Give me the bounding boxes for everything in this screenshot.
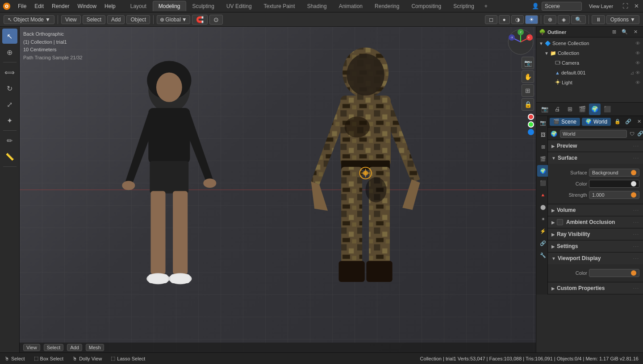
outliner-item-camera[interactable]: Camera 👁 [547, 58, 643, 68]
gizmos-btn[interactable]: ⊕ [544, 15, 556, 24]
modifiers-icon-btn[interactable]: 🔧 [537, 249, 549, 261]
menu-window[interactable]: Window [74, 2, 100, 10]
pause-btn[interactable]: ⏸ [592, 15, 605, 24]
tab-animation[interactable]: Animation [333, 1, 368, 11]
render-icon-btn[interactable]: 📷 [537, 117, 549, 128]
eye-icon-0[interactable]: 👁 [635, 41, 640, 46]
outliner-item-collection[interactable]: ▼ 📁 Collection 👁 [542, 48, 643, 58]
rendered-btn[interactable]: ☀ [525, 15, 538, 24]
color-dot[interactable] [631, 181, 636, 186]
scene-props-btn[interactable]: 🎬 [576, 103, 588, 115]
physics-icon-btn[interactable]: ⚡ [537, 225, 549, 237]
color-field[interactable] [589, 180, 639, 188]
wireframe-btn[interactable]: ◻ [485, 15, 497, 24]
overlays-btn[interactable]: ◈ [558, 15, 570, 24]
tab-uv-editing[interactable]: UV Editing [221, 1, 258, 11]
mesh-btn[interactable]: Mesh [86, 344, 104, 351]
camera-view-btn[interactable]: 📷 [522, 57, 534, 69]
outliner-item-scene-collection[interactable]: ▼ 🔷 Scene Collection 👁 [536, 38, 643, 48]
tab-scripting[interactable]: Scripting [447, 1, 480, 11]
scene-tab[interactable]: 🎬 Scene [550, 118, 580, 126]
surface-type-dropdown[interactable]: Background [589, 169, 639, 177]
view-layer-props-btn[interactable]: ⊞ [564, 103, 576, 115]
tab-compositing[interactable]: Compositing [405, 1, 447, 11]
mesh-icon-btn[interactable]: 🔺 [537, 189, 549, 201]
measure-btn[interactable]: 📏 [2, 149, 17, 164]
viewport[interactable]: Back Orthographic (1) Collection | trial… [20, 27, 536, 352]
object-icon-btn[interactable]: ⬛ [537, 177, 549, 189]
transform-tool-btn[interactable]: ✦ [2, 113, 17, 128]
select-btn[interactable]: Select [44, 344, 64, 351]
world-shield-icon[interactable]: 🛡 [630, 129, 635, 139]
move-tool-btn[interactable]: ⟺ [2, 65, 17, 80]
strength-dot[interactable] [631, 192, 636, 198]
scene-name-input[interactable] [542, 2, 582, 11]
world-name-field[interactable] [560, 130, 627, 138]
menu-render[interactable]: Render [48, 2, 73, 10]
add-workspace-tab[interactable]: + [480, 1, 492, 11]
material-preview-btn[interactable]: ◑ [511, 15, 524, 24]
ray-header[interactable]: ▶ Ray Visibility ··· [548, 228, 643, 240]
vd-color-dot[interactable] [631, 270, 636, 276]
select-tool-btn[interactable]: ↖ [2, 29, 17, 44]
cp-header[interactable]: ▶ Custom Properties ··· [548, 282, 643, 294]
menu-edit[interactable]: Edit [31, 2, 47, 10]
object-menu-btn[interactable]: Object [126, 15, 150, 24]
rotate-tool-btn[interactable]: ↻ [2, 81, 17, 96]
panel-link-btn[interactable]: 🔗 [623, 117, 633, 127]
particles-icon-btn[interactable]: ✴ [537, 213, 549, 225]
menu-help[interactable]: Help [101, 2, 119, 10]
grid-btn[interactable]: ⊞ [522, 84, 534, 97]
fullscreen-icon[interactable]: ⛶ [620, 1, 630, 11]
options-btn[interactable]: Options ▼ [606, 15, 639, 24]
annotate-btn[interactable]: ✏ [2, 133, 17, 148]
eye-icon-2[interactable]: 👁 [635, 60, 640, 66]
object-props-btn[interactable]: ⬛ [601, 103, 613, 115]
output-icon-btn[interactable]: 🖼 [537, 129, 549, 141]
hand-pan-btn[interactable]: ✋ [522, 70, 534, 83]
ao-header[interactable]: ▶ Ambient Occlusion ··· [548, 216, 643, 228]
outliner-filter-btn[interactable]: ⊞ [609, 27, 619, 37]
lock-btn[interactable]: 🔒 [522, 98, 534, 111]
vd-color-field[interactable] [589, 269, 639, 277]
scale-tool-btn[interactable]: ⤢ [2, 97, 17, 112]
output-props-btn[interactable]: 🖨 [551, 103, 563, 115]
tab-shading[interactable]: Shading [301, 1, 333, 11]
constraints-icon-btn[interactable]: 🔗 [537, 237, 549, 249]
user-icon[interactable]: 👤 [530, 1, 540, 11]
select-menu-btn[interactable]: Select [83, 15, 105, 24]
strength-field[interactable]: 1.000 [589, 191, 639, 199]
world-props-btn active[interactable]: 🌍 [589, 103, 601, 115]
outliner-close-btn[interactable]: ✕ [630, 27, 640, 37]
vd-header[interactable]: ▼ Viewport Display ··· [548, 252, 643, 264]
view-layer-icon[interactable]: View Layer [583, 1, 619, 11]
tab-rendering[interactable]: Rendering [369, 1, 405, 11]
world-browse-icon[interactable]: 🌍 [551, 131, 557, 137]
preview-header[interactable]: ▶ Preview ··· [548, 140, 643, 152]
solid-btn[interactable]: ● [499, 15, 510, 24]
panel-lock-btn[interactable]: 🔒 [613, 117, 622, 127]
panel-close-btn[interactable]: ✕ [634, 117, 643, 127]
view-menu-btn[interactable]: View [61, 15, 81, 24]
cursor-tool-btn[interactable]: ⊕ [2, 45, 17, 60]
surface-dot[interactable] [631, 170, 636, 175]
tab-layout[interactable]: Layout [125, 1, 152, 11]
world-tab[interactable]: 🌍 World [582, 118, 611, 126]
outliner-item-light[interactable]: Light 👁 [547, 78, 643, 87]
settings-header[interactable]: ▶ Settings ··· [548, 240, 643, 252]
nav-gizmo[interactable]: X -X Z [507, 29, 534, 55]
add-menu-btn[interactable]: Add [107, 15, 125, 24]
surface-header[interactable]: ▼ Surface ··· [548, 152, 643, 164]
proportional-edit-btn[interactable]: ⊙ [209, 15, 223, 25]
outliner-search-btn[interactable]: 🔍 [620, 27, 630, 37]
scene-icon-btn[interactable]: 🎬 [537, 153, 549, 165]
tab-modeling[interactable]: Modeling [153, 1, 186, 11]
tab-texture-paint[interactable]: Texture Paint [258, 1, 301, 11]
viewlayer-icon-btn[interactable]: ⊞ [537, 141, 549, 153]
material-icon-btn[interactable]: ⬤ [537, 201, 549, 213]
volume-header[interactable]: ▶ Volume ··· [548, 204, 643, 216]
world-link-icon[interactable]: 🔗 [637, 129, 643, 139]
outliner-item-default[interactable]: ▲ default.001 ⊿ 👁 [547, 68, 643, 78]
view-btn[interactable]: View [23, 344, 40, 351]
eye-icon-1[interactable]: 👁 [635, 50, 640, 56]
